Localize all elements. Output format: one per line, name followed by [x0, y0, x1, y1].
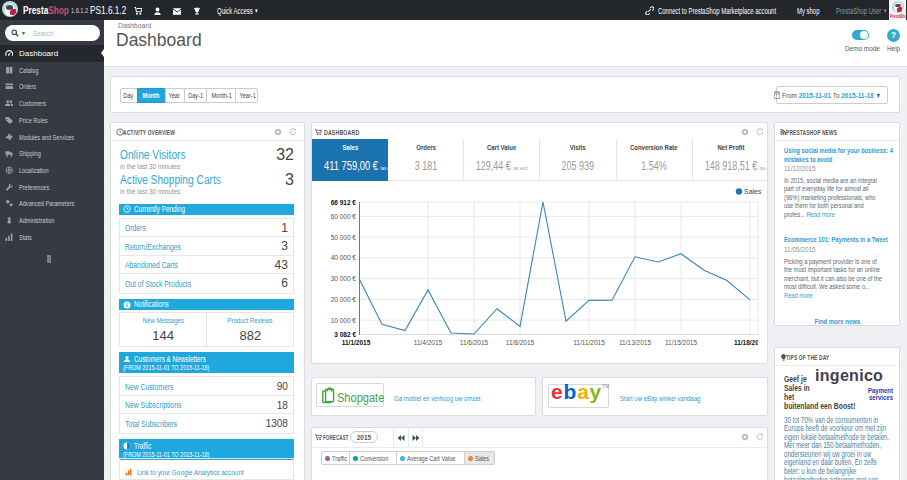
svg-text:11/1/2015: 11/1/2015	[342, 339, 371, 346]
svg-text:60 000 €: 60 000 €	[331, 213, 357, 220]
svg-text:50 000 €: 50 000 €	[331, 234, 357, 241]
svg-text:66 912 €: 66 912 €	[331, 199, 357, 206]
svg-text:30 000 €: 30 000 €	[331, 275, 357, 282]
svg-text:11/11/2015: 11/11/2015	[573, 339, 605, 346]
svg-text:11/6/2015: 11/6/2015	[460, 339, 489, 346]
svg-text:10 000 €: 10 000 €	[331, 317, 357, 324]
svg-text:Sales: Sales	[744, 188, 762, 195]
svg-text:11/18/2015: 11/18/2015	[734, 339, 767, 346]
svg-text:11/13/2015: 11/13/2015	[619, 339, 651, 346]
svg-text:20 000 €: 20 000 €	[331, 296, 357, 303]
svg-text:11/4/2015: 11/4/2015	[414, 339, 443, 346]
svg-text:3 082 €: 3 082 €	[334, 331, 356, 338]
svg-text:11/8/2015: 11/8/2015	[506, 339, 535, 346]
svg-text:11/15/2015: 11/15/2015	[665, 339, 697, 346]
svg-text:40 000 €: 40 000 €	[331, 254, 357, 261]
